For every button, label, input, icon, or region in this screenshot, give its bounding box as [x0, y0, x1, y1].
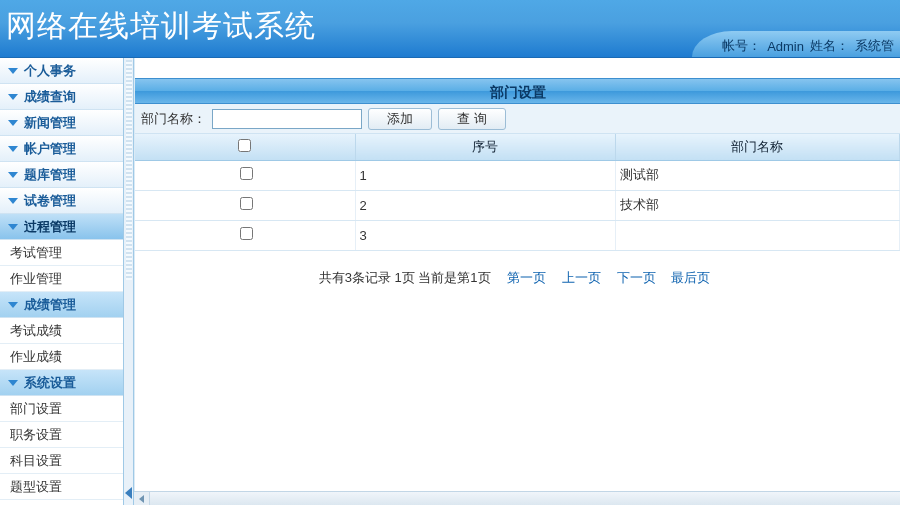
filter-bar: 部门名称： 添加 查 询: [135, 104, 900, 134]
sidebar-item-homework-score[interactable]: 作业成绩: [0, 344, 123, 370]
department-name-input[interactable]: [212, 109, 362, 129]
sidebar-group-label: 成绩查询: [24, 84, 76, 110]
chevron-down-icon: [8, 224, 18, 230]
sidebar-item-position[interactable]: 职务设置: [0, 422, 123, 448]
pager-next[interactable]: 下一页: [617, 270, 656, 285]
sidebar-item-homework-manage[interactable]: 作业管理: [0, 266, 123, 292]
sidebar-group-label: 过程管理: [24, 214, 76, 240]
table-row: 2 技术部: [135, 190, 900, 220]
chevron-down-icon: [8, 380, 18, 386]
cell-name: 测试部: [615, 160, 900, 190]
col-header-name: 部门名称: [615, 134, 900, 160]
sidebar-item-exam-score[interactable]: 考试成绩: [0, 318, 123, 344]
sidebar-group-label: 题库管理: [24, 162, 76, 188]
table-row: 1 测试部: [135, 160, 900, 190]
sidebar-item-department[interactable]: 部门设置: [0, 396, 123, 422]
sidebar-group-label: 新闻管理: [24, 110, 76, 136]
chevron-down-icon: [8, 68, 18, 74]
table-row: 3: [135, 220, 900, 250]
account-label: 帐号：: [722, 37, 761, 55]
scroll-left-button[interactable]: [134, 492, 150, 505]
chevron-down-icon: [8, 172, 18, 178]
spacer: [135, 58, 900, 78]
pager-first[interactable]: 第一页: [507, 270, 546, 285]
col-header-index: 序号: [355, 134, 615, 160]
add-button[interactable]: 添加: [368, 108, 432, 130]
splitter[interactable]: [124, 58, 134, 505]
cell-index: 3: [355, 220, 615, 250]
pager-last[interactable]: 最后页: [671, 270, 710, 285]
sidebar-group-label: 帐户管理: [24, 136, 76, 162]
pager-summary: 共有3条记录 1页 当前是第1页: [319, 270, 491, 285]
app-title: 网络在线培训考试系统: [6, 6, 316, 47]
user-info-tab: 帐号： Admin 姓名： 系统管: [692, 31, 900, 57]
main-content: 部门设置 部门名称： 添加 查 询 序号 部门名称 1: [134, 58, 900, 505]
page-title: 部门设置: [135, 78, 900, 104]
sidebar-group-system[interactable]: 系统设置: [0, 370, 123, 396]
sidebar-group-score-manage[interactable]: 成绩管理: [0, 292, 123, 318]
row-checkbox[interactable]: [240, 167, 253, 180]
chevron-down-icon: [8, 120, 18, 126]
sidebar-item-exam-manage[interactable]: 考试管理: [0, 240, 123, 266]
row-checkbox[interactable]: [240, 227, 253, 240]
sidebar-group-label: 系统设置: [24, 370, 76, 396]
collapse-left-icon[interactable]: [125, 487, 132, 499]
sidebar-group-question-bank[interactable]: 题库管理: [0, 162, 123, 188]
pager: 共有3条记录 1页 当前是第1页 第一页 上一页 下一页 最后页: [135, 269, 900, 287]
sidebar-group-account[interactable]: 帐户管理: [0, 136, 123, 162]
account-value: Admin: [767, 39, 804, 54]
sidebar-group-label: 成绩管理: [24, 292, 76, 318]
chevron-down-icon: [8, 198, 18, 204]
cell-index: 2: [355, 190, 615, 220]
row-checkbox[interactable]: [240, 197, 253, 210]
chevron-down-icon: [8, 146, 18, 152]
top-banner: 网络在线培训考试系统 帐号： Admin 姓名： 系统管: [0, 0, 900, 58]
chevron-down-icon: [8, 94, 18, 100]
sidebar-group-paper[interactable]: 试卷管理: [0, 188, 123, 214]
filter-label: 部门名称：: [141, 110, 206, 128]
chevron-down-icon: [8, 302, 18, 308]
horizontal-scrollbar[interactable]: [134, 491, 900, 505]
sidebar-group-label: 个人事务: [24, 58, 76, 84]
pager-prev[interactable]: 上一页: [562, 270, 601, 285]
select-all-checkbox[interactable]: [238, 139, 251, 152]
splitter-handle[interactable]: [126, 60, 132, 280]
sidebar-group-process[interactable]: 过程管理: [0, 214, 123, 240]
cell-index: 1: [355, 160, 615, 190]
search-button[interactable]: 查 询: [438, 108, 506, 130]
sidebar-item-question-type[interactable]: 题型设置: [0, 474, 123, 500]
table-header-row: 序号 部门名称: [135, 134, 900, 160]
department-table: 序号 部门名称 1 测试部 2 技术部 3: [135, 134, 900, 251]
cell-name: 技术部: [615, 190, 900, 220]
col-header-check: [135, 134, 355, 160]
sidebar-item-subject[interactable]: 科目设置: [0, 448, 123, 474]
sidebar-group-label: 试卷管理: [24, 188, 76, 214]
name-label: 姓名：: [810, 37, 849, 55]
name-value: 系统管: [855, 37, 894, 55]
cell-name: [615, 220, 900, 250]
sidebar-group-score-query[interactable]: 成绩查询: [0, 84, 123, 110]
sidebar-group-news[interactable]: 新闻管理: [0, 110, 123, 136]
sidebar-group-personal[interactable]: 个人事务: [0, 58, 123, 84]
sidebar: 个人事务 成绩查询 新闻管理 帐户管理 题库管理 试卷管理 过程管理 考试管理 …: [0, 58, 124, 505]
